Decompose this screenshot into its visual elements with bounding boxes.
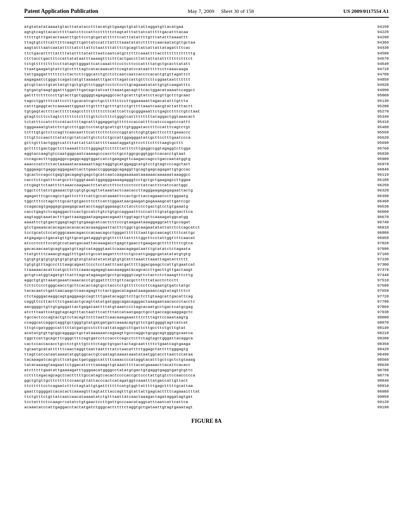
sequence-row: tgtgtgtttagccctttaagcagaattccctcctaattta… <box>24 262 389 267</box>
sequence-text: tttgtcgatgggccatttttatgatgccctcttcattata… <box>24 325 365 330</box>
sequence-number: 95830 <box>365 151 389 156</box>
sequence-number: 99050 <box>365 394 389 399</box>
sequence-row: tctgtttttttttccttatagttgggattcatcaaatttc… <box>24 61 389 66</box>
sequence-row: tgtgagtactttcactttttaagccttttttttcttcatt… <box>24 109 389 114</box>
sequence-number: 96320 <box>365 188 389 193</box>
sequence-text: tctttgtgctctccagttcaacaatttcatttcttctccc… <box>24 130 365 135</box>
sequence-text: atctttaattcatggtagcagtttactaatttcattttat… <box>24 310 365 315</box>
sequence-number: 95410 <box>365 119 389 125</box>
sequence-row: gtagttcttcctagtctttttctcttttgttctctttctg… <box>24 114 389 119</box>
sequence-row: caggttccttactttctgaacactgcagttatatgatggg… <box>24 299 389 304</box>
sequence-row: tttgtcgatgggccatttttatgatgccctcttcattata… <box>24 325 389 330</box>
sequence-text: gattttctttcccttgtacttgctgggggtagagaggcca… <box>24 93 365 98</box>
sequence-text: ctcgagttctaatttctaaaccaagaactttatatctttc… <box>24 183 365 188</box>
sequence-number: 94640 <box>365 61 389 66</box>
sequence-text: aggtaccaagtgtccaatgggcaatcaaaagcccacctct… <box>24 151 365 156</box>
sequence-row: catttgaggtactcaaaaattggaatttgtttttgctttg… <box>24 104 389 109</box>
sequence-row: aagtaggtaaatactttgattaaaggaatagagaacagaa… <box>24 214 389 220</box>
sequence-row: acatatgtgttgcggcaggggctgctataaaaaatcagaa… <box>24 330 389 336</box>
sequence-text: atctttttgaatattgaaaagatttgggaacatggggcct… <box>24 368 365 373</box>
sequence-number: 97930 <box>365 310 389 315</box>
sequence-text: tgtgatgtaagtggatttggatttgatagctatcatttaa… <box>24 87 365 93</box>
sequence-number: 94150 <box>365 24 389 29</box>
sequence-text: cactccaccacacctgcctctgtttgtcttctagctgtga… <box>24 341 365 347</box>
sequence-row: ctttacctgactttccattatataatttaaaagtttcttt… <box>24 56 389 61</box>
sequence-text: aaaattctgtgactggagtagttgtgaagcatcactcttc… <box>24 220 365 225</box>
sequence-row: atctttttgaatattgaaaagatttgggaacatggggcct… <box>24 368 389 373</box>
sequence-text: aagtatttaatcaatatttttatcttattctaattttatt… <box>24 45 365 50</box>
sequence-row: gacacaacaatgcagtggatgttagtcatagggtaattca… <box>24 246 389 251</box>
sequence-row: tcctgcatctccatgggcaaacagacccacaacagcctgg… <box>24 230 389 235</box>
sequence-number: 98980 <box>365 389 389 394</box>
sequence-text: gtctgaaaacacacagacacacacacacaaaggaattact… <box>24 225 365 230</box>
sequence-number: 94850 <box>365 77 389 82</box>
sequence-text: tgtgtgtgtgtgtgtgtgtgtgtatgtatatatatatgtg… <box>24 257 365 262</box>
sequence-text: agagatttcgccagcctgattcttttcattgccataaaat… <box>24 193 365 199</box>
sequence-text: ttagtgtcttcatttttcaagtttgattatccatttattt… <box>24 40 365 45</box>
sequence-number: 95690 <box>365 140 389 145</box>
sequence-text: tcctgcatctccatgggcaaacagacccacaacagcctgg… <box>24 230 365 235</box>
sequence-row: ttatgttttcaaacgtaggttttgatctgccataagattt… <box>24 251 389 257</box>
sequence-number: 97650 <box>365 288 389 293</box>
sequence-row: aaaattctgtgactggagtagttgtgaagcatcactcttc… <box>24 220 389 225</box>
sequence-number: 96810 <box>365 225 389 230</box>
sequence-text: acatatgtgttgcggcaggggctgctataaaaaatcagaa… <box>24 330 365 336</box>
sequence-row: aagagaatctgggctcagatcatgttaaaaatttgatttt… <box>24 77 389 82</box>
sequence-text: ttagtcatcataataaaatatggtggcactgtcaatagta… <box>24 352 365 357</box>
sequence-text: tttttgtttgatactaaatttgcttcctgtgatatttttt… <box>24 35 365 40</box>
sequence-number: 97020 <box>365 241 389 246</box>
sequence-row: gtctgaaaacacacagacacacacacacaaaggaattact… <box>24 225 389 230</box>
sequence-row: ccttttagacagcagctcactttttgccatagtcacactc… <box>24 373 389 378</box>
sequence-text: cacctctcgatttcatgcctctgggtaaattggagggaaa… <box>24 177 365 183</box>
sequence-number: 96530 <box>365 204 389 209</box>
sequence-number: 98910 <box>365 383 389 389</box>
sequence-row: cacctgagtctcagaggactccactgccatctgtctgtgc… <box>24 209 389 214</box>
sequence-row: tgccactcccagtactgttctacagttctttaattcaaca… <box>24 315 389 320</box>
sequence-number: 94290 <box>365 35 389 40</box>
sequence-row: ttctttttcctcagaatctttctagtattgtgattttttt… <box>24 383 389 389</box>
sequence-text: tggctcattgcagcttcgggctttcagtgatcctccacct… <box>24 336 365 341</box>
sequence-number: 97790 <box>365 299 389 304</box>
page-header: Patent Application Publication May 7, 20… <box>24 8 389 18</box>
sequence-text: tattgaggattttttctctactcttcggcatctgtctctc… <box>24 72 365 77</box>
sequence-row: tggctcttatctgaaaactgtcgtgtgcagttetaaatac… <box>24 188 389 193</box>
sequence-row: tgggaaaatgtatctctgtctttggctcctatgtgcattg… <box>24 125 389 130</box>
sequence-text: ggctgtgttgcttctttttccaacgttattacccactcat… <box>24 378 365 383</box>
sequence-number: 96740 <box>365 220 389 225</box>
sequence-number: 96950 <box>365 235 389 241</box>
sequence-number: 94990 <box>365 87 389 93</box>
sequence-row: ttaaaaacacattcatgcttcttcaaacagagagtaacaa… <box>24 267 389 272</box>
sequence-text: tgtgagtactttcactttttaagccttttttttcttcatt… <box>24 109 365 114</box>
sequence-text: aggctgtgttaaatgaaatcaaacacctgtggattttttg… <box>24 278 365 283</box>
sequence-listing: atgtatatataaaatgtacttatatacctttacatgttga… <box>24 24 389 410</box>
sequence-row: tgcaatgcatattttttcaactaggttaattaattttatc… <box>24 347 389 352</box>
sequence-number: 96110 <box>365 172 389 177</box>
sequence-text: cccagcactttgggaggccgaggcaggtggatcatctgaa… <box>24 156 365 162</box>
sequence-row: aagtatttaatcaatatttttatcttattctaattttatt… <box>24 45 389 50</box>
publication-title: Patent Application Publication <box>24 8 98 15</box>
sequence-row: ttctgtttctgttatcaatcaacataaaatatctgtttaa… <box>24 394 389 399</box>
figure-label: FIGURE 8A <box>24 418 389 424</box>
sequence-number: 98700 <box>365 368 389 373</box>
sequence-text: tagcctggttttcattcctttgcacatcgcctgctttttc… <box>24 98 365 104</box>
sequence-text: ccttttagacagcagctcactttttgccatagtcacactc… <box>24 373 365 378</box>
sequence-row: ggctgtgttgcttctttttccaacgttattacccactcat… <box>24 378 389 383</box>
sequence-text: tttgttccaactttatatcgctatcattgtctctctgcca… <box>24 135 365 140</box>
sequence-text: ttctgtttctgttatcaatcaacataaaatatctgtttaa… <box>24 394 365 399</box>
sequence-number: 96460 <box>365 199 389 204</box>
sequence-row: aaacccatctctactaaaaatacaaaaattagctaggtgc… <box>24 162 389 167</box>
sequence-text: gtcgttacctgtattatgttgctgtgttctgggttcctct… <box>24 82 365 87</box>
sequence-number: 95760 <box>365 146 389 151</box>
sequence-text: tctatttccatcttccatacttttagcatttggaggatgt… <box>24 119 365 125</box>
publication-date: May 7, 2009 Sheet 30 of 158 <box>188 8 254 15</box>
sequence-text: tgccactcccagtactgttctacagttctttaattcaaca… <box>24 315 365 320</box>
sequence-text: catttgaggtactcaaaaattggaatttgtttttgctttg… <box>24 104 365 109</box>
sequence-number: 94780 <box>365 72 389 77</box>
sequence-row: cacctctcgatttcatgcctctgggtaaattggagggaaa… <box>24 177 389 183</box>
sequence-row: aggctgtgttaaatgaaatcaaacacctgtggattttttg… <box>24 278 389 283</box>
page: Patent Application Publication May 7, 20… <box>0 0 413 532</box>
sequence-row: acaaatacccattgaggacctactatgatctgggcacttt… <box>24 405 389 410</box>
sequence-text: ttctgacatttttattttatattttatatttaatcaatca… <box>24 51 365 56</box>
sequence-row: tacaaagatcacgtcttcatgactgatgggccattttcaa… <box>24 357 389 362</box>
sequence-text: caggttccttactttctgaacactgcagttatatgatggg… <box>24 299 365 304</box>
